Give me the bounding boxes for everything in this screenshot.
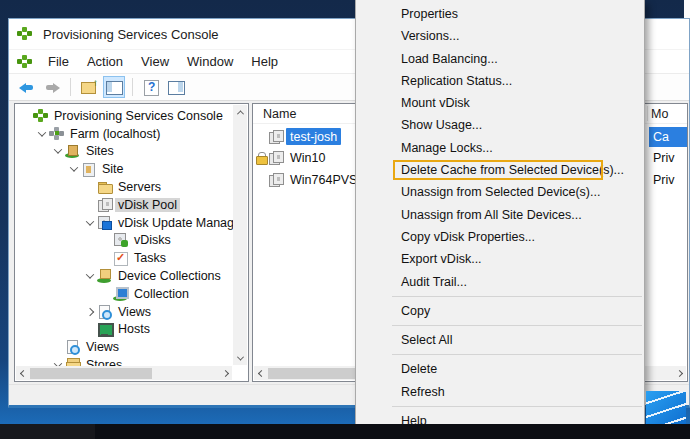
- scroll-down-icon[interactable]: [233, 351, 247, 365]
- tree-item-label: vDisk Pool: [115, 198, 180, 212]
- vdisk-mode: Priv: [649, 149, 687, 169]
- scroll-left-icon[interactable]: [16, 366, 30, 380]
- chevron-spacer: [99, 233, 113, 247]
- context-menu-item-mount-vdisk[interactable]: Mount vDisk: [356, 92, 644, 114]
- tree-item-views[interactable]: Views: [15, 338, 248, 356]
- context-menu-item-load-balancing[interactable]: Load Balancing...: [356, 48, 644, 70]
- site-icon: [81, 162, 96, 176]
- tree-item-servers[interactable]: Servers: [15, 178, 248, 196]
- tree-item-device-collections[interactable]: Device Collections: [15, 267, 248, 285]
- scroll-up-icon[interactable]: [233, 105, 247, 119]
- scrollbar-thumb[interactable]: [268, 368, 358, 379]
- menu-items: FileActionViewWindowHelp: [39, 52, 287, 71]
- window-title: Provisioning Services Console: [43, 27, 219, 42]
- action-pane-button[interactable]: [165, 76, 187, 98]
- up-one-level-button[interactable]: [78, 76, 100, 98]
- tree-item-collection[interactable]: Collection: [15, 285, 248, 303]
- menubar-item-help[interactable]: Help: [242, 52, 287, 71]
- context-menu-item-show-usage[interactable]: Show Usage...: [356, 114, 644, 136]
- context-menu-item-label: Copy vDisk Properties...: [401, 230, 535, 244]
- tasks-icon: [113, 251, 128, 265]
- tree-item-vdisk-pool[interactable]: vDisk Pool: [15, 196, 248, 214]
- chevron-spacer: [83, 322, 97, 336]
- context-menu-item-unassign-from-all-site-devices[interactable]: Unassign from All Site Devices...: [356, 204, 644, 226]
- back-icon: [19, 80, 35, 94]
- vdisk-icon: [268, 173, 283, 187]
- context-menu-item-export-vdisk[interactable]: Export vDisk...: [356, 248, 644, 270]
- help-button[interactable]: [140, 76, 162, 98]
- context-menu-item-label: Refresh: [401, 385, 445, 399]
- tree-item-sites[interactable]: Sites: [15, 143, 248, 161]
- tree-item-farm-localhost[interactable]: Farm (localhost): [15, 125, 248, 143]
- app-logo-icon: [17, 55, 32, 69]
- context-menu-item-delete-cache-from-selected-device-s[interactable]: Delete Cache from Selected Device(s)...: [356, 159, 644, 181]
- menu-separator: [392, 354, 642, 355]
- tree-item-label: Hosts: [115, 322, 153, 336]
- scroll-left-icon[interactable]: [254, 366, 268, 380]
- taskbar[interactable]: [0, 424, 690, 439]
- tree-item-label: Site: [99, 162, 127, 176]
- context-menu-item-copy-vdisk-properties[interactable]: Copy vDisk Properties...: [356, 226, 644, 248]
- context-menu-item-delete[interactable]: Delete: [356, 358, 644, 380]
- chevron-down-icon[interactable]: [51, 144, 65, 158]
- context-menu-item-unassign-from-selected-device-s[interactable]: Unassign from Selected Device(s)...: [356, 181, 644, 203]
- context-menu-item-label: Versions...: [401, 29, 459, 43]
- tree-item-vdisk-update-manage[interactable]: vDisk Update Manage: [15, 214, 248, 232]
- menubar-item-file[interactable]: File: [39, 52, 78, 71]
- scroll-right-icon[interactable]: [218, 366, 232, 380]
- menu-separator: [392, 325, 642, 326]
- tree-item-provisioning-services-console[interactable]: Provisioning Services Console: [15, 107, 248, 125]
- context-menu-item-label: Unassign from Selected Device(s)...: [401, 185, 600, 199]
- console-tree: Provisioning Services ConsoleFarm (local…: [15, 104, 248, 374]
- tree-item-vdisks[interactable]: vDisks: [15, 232, 248, 250]
- context-menu-item-copy[interactable]: Copy: [356, 300, 644, 322]
- forward-button[interactable]: [41, 76, 63, 98]
- tree-vertical-scrollbar[interactable]: [233, 105, 247, 365]
- chevron-spacer: [99, 287, 113, 301]
- chevron-right-icon[interactable]: [83, 305, 97, 319]
- tree-item-views[interactable]: Views: [15, 303, 248, 321]
- chevron-spacer: [51, 340, 65, 354]
- servers-folder-icon: [97, 180, 112, 194]
- column-header-name[interactable]: Name: [263, 107, 296, 121]
- context-menu-item-replication-status[interactable]: Replication Status...: [356, 70, 644, 92]
- tree-item-site[interactable]: Site: [15, 160, 248, 178]
- context-menu-item-properties[interactable]: Properties: [356, 3, 644, 25]
- show-console-tree-button[interactable]: [103, 76, 125, 98]
- chevron-down-icon[interactable]: [35, 127, 49, 141]
- vdisk-name: test-josh: [286, 128, 341, 145]
- tree-item-hosts[interactable]: Hosts: [15, 321, 248, 339]
- scrollbar-thumb[interactable]: [30, 368, 152, 379]
- context-menu-item-label: Copy: [401, 304, 430, 318]
- context-menu-item-manage-locks[interactable]: Manage Locks...: [356, 137, 644, 159]
- context-menu-item-label: Load Balancing...: [401, 52, 498, 66]
- vdisk-mode: Priv: [649, 170, 687, 190]
- taskbar-corner: [0, 424, 95, 439]
- context-menu-item-label: Show Usage...: [401, 118, 482, 132]
- chevron-down-icon[interactable]: [83, 216, 97, 230]
- scroll-right-icon[interactable]: [672, 366, 686, 380]
- context-menu-item-audit-trail[interactable]: Audit Trail...: [356, 271, 644, 293]
- chevron-spacer: [99, 251, 113, 265]
- chevron-down-icon[interactable]: [83, 269, 97, 283]
- vdisks-icon: [113, 233, 128, 247]
- tree-item-label: Tasks: [131, 251, 169, 265]
- chevron-down-icon[interactable]: [67, 162, 81, 176]
- vdisk-name: Win10: [286, 150, 329, 167]
- vdisk-icon: [268, 130, 283, 144]
- show-console-tree-icon: [106, 80, 122, 94]
- context-menu-item-label: Audit Trail...: [401, 275, 467, 289]
- back-button[interactable]: [16, 76, 38, 98]
- menu-separator: [392, 406, 642, 407]
- menubar-item-action[interactable]: Action: [78, 52, 132, 71]
- context-menu-item-refresh[interactable]: Refresh: [356, 381, 644, 403]
- menubar-item-window[interactable]: Window: [178, 52, 242, 71]
- column-header-mode[interactable]: Mo: [651, 107, 668, 121]
- context-menu-item-select-all[interactable]: Select All: [356, 329, 644, 351]
- context-menu-item-versions[interactable]: Versions...: [356, 25, 644, 47]
- toolbar-separator: [132, 78, 133, 96]
- tree-item-tasks[interactable]: Tasks: [15, 249, 248, 267]
- tree-horizontal-scrollbar[interactable]: [16, 366, 232, 380]
- tree-item-label: Collection: [131, 287, 192, 301]
- menubar-item-view[interactable]: View: [132, 52, 178, 71]
